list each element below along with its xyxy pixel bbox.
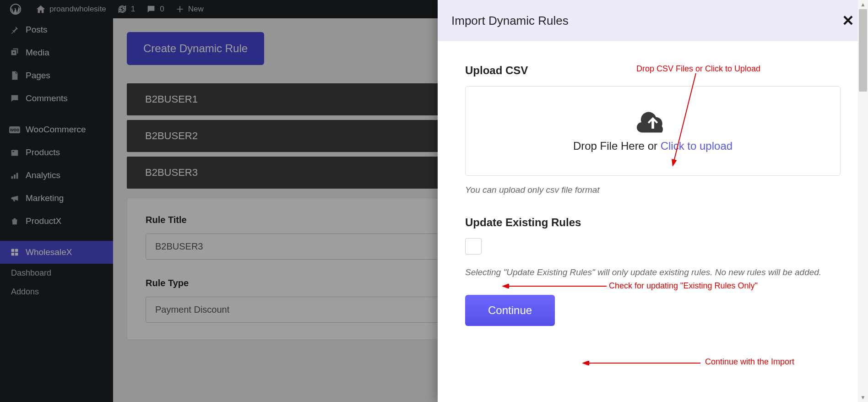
continue-button[interactable]: Continue xyxy=(465,295,555,326)
modal-body: Upload CSV Drop File Here or Click to up… xyxy=(438,41,868,349)
scroll-down-arrow[interactable]: ▼ xyxy=(858,393,868,402)
scrollbar[interactable]: ▲ ▼ xyxy=(858,0,868,402)
annotation-check: Check for updating "Existing Rules Only" xyxy=(609,281,758,291)
click-to-upload-link[interactable]: Click to upload xyxy=(661,140,732,152)
import-modal: Import Dynamic Rules ✕ Upload CSV Drop F… xyxy=(438,0,868,402)
scroll-up-arrow[interactable]: ▲ xyxy=(858,0,868,9)
annotation-continue: Continue with the Import xyxy=(705,357,794,367)
close-icon: ✕ xyxy=(842,12,854,29)
modal-title: Import Dynamic Rules xyxy=(451,14,569,28)
annotation-upload: Drop CSV Files or Click to Upload xyxy=(636,64,760,74)
update-section-title: Update Existing Rules xyxy=(465,216,841,229)
upload-hint: You can upload only csv file format xyxy=(465,185,841,195)
cloud-upload-icon xyxy=(475,109,831,135)
modal-header: Import Dynamic Rules ✕ xyxy=(438,0,868,41)
upload-dropzone[interactable]: Drop File Here or Click to upload xyxy=(465,86,841,176)
scrollbar-thumb[interactable] xyxy=(859,9,867,92)
close-button[interactable]: ✕ xyxy=(842,12,854,29)
update-description: Selecting "Update Existing Rules" will o… xyxy=(465,266,841,279)
update-existing-checkbox[interactable] xyxy=(465,238,482,255)
dropzone-text: Drop File Here or Click to upload xyxy=(475,140,831,152)
